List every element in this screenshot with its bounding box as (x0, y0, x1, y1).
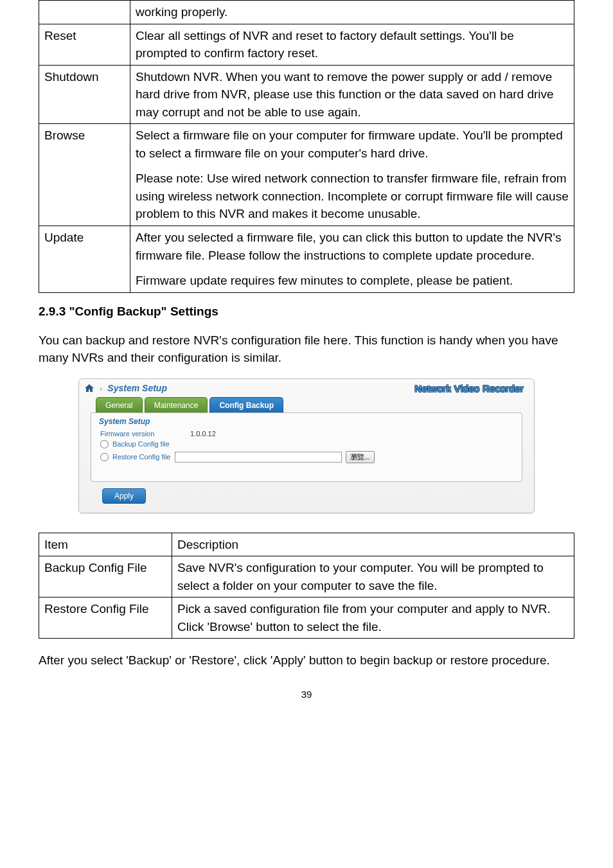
table-header-row: Item Description (39, 533, 574, 556)
footer-paragraph: After you select 'Backup' or 'Restore', … (39, 651, 574, 669)
firmware-label: Firmware version (100, 430, 171, 438)
param-name: Update (39, 226, 130, 293)
param-desc-p2: Firmware update requires few minutes to … (136, 272, 569, 290)
header-item: Item (39, 533, 172, 556)
chevron-right-icon: › (100, 384, 102, 393)
backup-label: Backup Config file (112, 440, 170, 448)
tab-general[interactable]: General (96, 397, 143, 413)
param-name: Shutdown (39, 65, 130, 124)
param-desc: Select a firmware file on your computer … (130, 124, 574, 226)
backup-radio[interactable] (100, 440, 109, 448)
intro-paragraph: You can backup and restore NVR's configu… (39, 332, 574, 367)
param-name: Backup Config File (39, 556, 172, 598)
param-name: Restore Config File (39, 598, 172, 639)
tab-content: System Setup Firmware version 1.0.0.12 B… (91, 412, 522, 482)
table-row: Reset Clear all settings of NVR and rese… (39, 24, 574, 65)
param-desc: Clear all settings of NVR and reset to f… (130, 24, 574, 65)
header-desc: Description (172, 533, 574, 556)
breadcrumb-title: System Setup (107, 383, 167, 393)
param-name: Reset (39, 24, 130, 65)
table-row: Restore Config File Pick a saved configu… (39, 598, 574, 639)
breadcrumb: › System Setup (84, 383, 167, 393)
config-backup-panel: › System Setup Network Video Recorder Ge… (78, 378, 535, 513)
param-desc: Shutdown NVR. When you want to remove th… (130, 65, 574, 124)
tab-config-backup[interactable]: Config Backup (209, 397, 283, 413)
firmware-value: 1.0.0.12 (190, 430, 216, 438)
maintenance-params-table: working properly. Reset Clear all settin… (39, 0, 574, 293)
config-backup-desc-table: Item Description Backup Config File Save… (39, 533, 574, 639)
fieldset-label: System Setup (99, 417, 513, 426)
param-desc-p2: Please note: Use wired network connectio… (136, 170, 569, 223)
tab-maintenance[interactable]: Maintenance (145, 397, 208, 413)
param-name (39, 1, 130, 24)
backup-option[interactable]: Backup Config file (100, 440, 513, 448)
apply-button[interactable]: Apply (102, 488, 146, 504)
firmware-row: Firmware version 1.0.0.12 (100, 430, 513, 438)
home-icon[interactable] (84, 384, 94, 393)
param-desc-p1: After you selected a firmware file, you … (136, 229, 569, 264)
brand-text: Network Video Recorder (414, 383, 524, 394)
section-heading: 2.9.3 "Config Backup" Settings (39, 305, 574, 319)
table-row: working properly. (39, 1, 574, 24)
page-number: 39 (39, 689, 574, 700)
param-desc: Save NVR's configuration to your compute… (172, 556, 574, 598)
restore-option[interactable]: Restore Config file 瀏覽... (100, 451, 513, 463)
restore-radio[interactable] (100, 453, 109, 461)
param-desc: After you selected a firmware file, you … (130, 226, 574, 293)
browse-button[interactable]: 瀏覽... (346, 451, 375, 463)
table-row: Shutdown Shutdown NVR. When you want to … (39, 65, 574, 124)
table-row: Browse Select a firmware file on your co… (39, 124, 574, 226)
param-desc: Pick a saved configuration file from you… (172, 598, 574, 639)
restore-label: Restore Config file (112, 453, 171, 461)
param-desc-p1: Select a firmware file on your computer … (136, 127, 569, 162)
param-name: Browse (39, 124, 130, 226)
param-desc: working properly. (130, 1, 574, 24)
table-row: Backup Config File Save NVR's configurat… (39, 556, 574, 598)
table-row: Update After you selected a firmware fil… (39, 226, 574, 293)
restore-file-input[interactable] (175, 452, 342, 463)
tab-bar: General Maintenance Config Backup (96, 396, 522, 412)
